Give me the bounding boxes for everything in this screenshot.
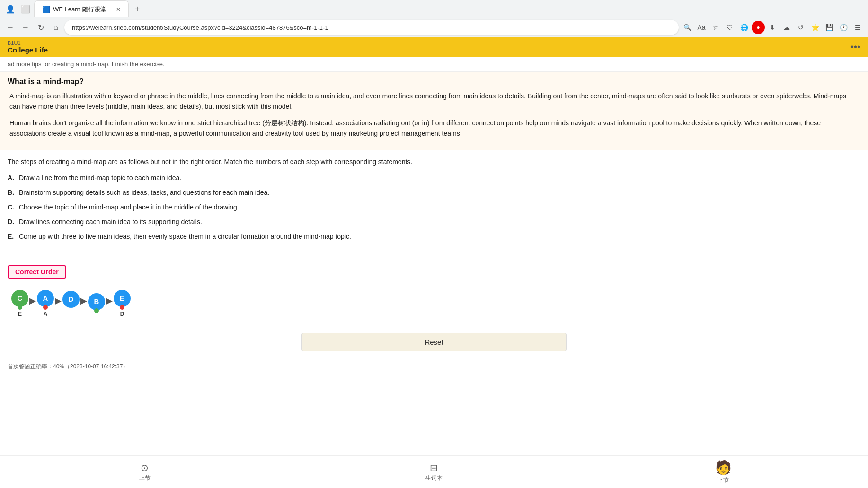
step-label-c: C. (8, 202, 19, 212)
flow-node-c: C E (11, 290, 28, 317)
arrow-1: ▶ (29, 296, 36, 312)
tabs-icon[interactable]: ⬜ (19, 2, 32, 16)
list-item: E. Come up with three to five main ideas… (8, 232, 860, 242)
step-text-a: Draw a line from the mind-map topic to e… (19, 173, 181, 183)
node-letter-b: B (94, 297, 99, 305)
arrow-2: ▶ (55, 296, 62, 312)
status-bar: 首次答题正确率：40%（2023-10-07 16:42:37） (0, 359, 868, 375)
instruction-bar: ad more tips for creating a mind-map. Fi… (0, 57, 868, 72)
app-title: College Life (8, 46, 48, 54)
step-text-c: Choose the topic of the mind-map and pla… (19, 202, 239, 212)
refresh-button[interactable]: ↻ (34, 21, 47, 34)
active-tab[interactable]: 🟦 WE Learn 随行课堂 ✕ (34, 0, 129, 17)
next-avatar: 🧑 (715, 460, 732, 475)
tab-favicon: 🟦 (42, 6, 50, 13)
tab-title: WE Learn 随行课堂 (53, 5, 113, 14)
back-button[interactable]: ← (4, 21, 17, 34)
extension-icon2[interactable]: ● (752, 21, 765, 34)
extension-icon4[interactable]: ☁ (780, 21, 793, 34)
app-header-left: B1U1 College Life (8, 40, 48, 54)
breadcrumb: B1U1 (8, 40, 48, 46)
step-label-b: B. (8, 188, 19, 198)
extension-icon3[interactable]: ⬇ (766, 21, 779, 34)
app-menu-button[interactable]: ••• (850, 42, 860, 52)
main-content: What is a mind-map? A mind-map is an ill… (0, 72, 868, 150)
history-icon[interactable]: 🕐 (837, 21, 850, 34)
step-text-e: Come up with three to five main ideas, t… (19, 232, 351, 242)
tab-bar: 👤 ⬜ 🟦 WE Learn 随行课堂 ✕ + (0, 0, 868, 18)
bottom-nav: ⊙ 上节 ⊟ 生词本 🧑 下节 (0, 455, 868, 488)
exercise-section: The steps of creating a mind-map are as … (0, 150, 868, 254)
browser-chrome: 👤 ⬜ 🟦 WE Learn 随行课堂 ✕ + ← → ↻ ⌂ 🔍 Aa ☆ 🛡… (0, 0, 868, 37)
flow-node-d: D (62, 291, 80, 316)
node-below-e: D (120, 311, 124, 317)
node-below-a: A (44, 311, 48, 317)
app-header: B1U1 College Life ••• (0, 37, 868, 57)
reset-button[interactable]: Reset (301, 333, 567, 351)
arrow-3: ▶ (80, 296, 87, 312)
profile-icon[interactable]: 👤 (4, 2, 17, 16)
menu-icon[interactable]: ☰ (851, 21, 864, 34)
prev-label: 上节 (139, 474, 151, 482)
nav-vocab[interactable]: ⊟ 生词本 (289, 462, 578, 482)
node-circle-c: C (11, 290, 28, 307)
dot-b (94, 308, 99, 313)
vocab-icon: ⊟ (430, 462, 438, 473)
arrow-4: ▶ (106, 296, 113, 312)
flow-node-a: A A (37, 290, 54, 317)
next-label: 下节 (717, 476, 729, 484)
correct-order-section: Correct Order C E ▶ A A ▶ (0, 254, 868, 325)
node-letter-d: D (69, 295, 74, 303)
dot-c (18, 305, 22, 310)
status-text: 首次答题正确率：40%（2023-10-07 16:42:37） (8, 363, 128, 370)
nav-prev[interactable]: ⊙ 上节 (0, 462, 289, 482)
url-input[interactable] (64, 20, 679, 35)
node-letter-c: C (18, 294, 23, 302)
dot-a (43, 305, 48, 310)
node-circle-d: D (62, 291, 80, 308)
node-circle-a: A (37, 290, 54, 307)
flow-node-e: E D (114, 290, 131, 317)
home-button[interactable]: ⌂ (49, 21, 62, 34)
tab-close-icon[interactable]: ✕ (116, 6, 121, 13)
shield-icon[interactable]: 🛡 (723, 21, 736, 34)
forward-button[interactable]: → (19, 21, 32, 34)
correct-order-label: Correct Order (8, 265, 66, 279)
node-letter-a: A (43, 294, 48, 302)
extension-icon1[interactable]: 🌐 (737, 21, 751, 34)
node-circle-b: B (88, 293, 105, 310)
list-item: C. Choose the topic of the mind-map and … (8, 202, 860, 212)
search-icon[interactable]: 🔍 (681, 21, 694, 34)
step-text-d: Draw lines connecting each main idea to … (19, 217, 202, 227)
extension-icon5[interactable]: ↺ (794, 21, 807, 34)
dot-e (120, 305, 124, 310)
address-bar: ← → ↻ ⌂ 🔍 Aa ☆ 🛡 🌐 ● ⬇ ☁ ↺ ⭐ 💾 🕐 ☰ (0, 18, 868, 37)
step-label-a: A. (8, 173, 19, 183)
paragraph-1: A mind-map is an illustration with a key… (8, 91, 860, 112)
exercise-instruction: The steps of creating a mind-map are as … (8, 158, 860, 166)
vocab-label: 生词本 (425, 474, 443, 482)
paragraph-2: Human brains don't organize all the info… (8, 118, 860, 139)
download-icon[interactable]: 💾 (823, 21, 836, 34)
flow-diagram: C E ▶ A A ▶ D ▶ (11, 290, 860, 317)
node-letter-e: E (120, 294, 124, 302)
prev-icon: ⊙ (141, 462, 149, 473)
new-tab-button[interactable]: + (131, 2, 144, 16)
bookmark-icon[interactable]: ☆ (709, 21, 722, 34)
step-text-b: Brainstorm supporting details such as id… (19, 188, 269, 198)
address-icons: 🔍 Aa ☆ 🛡 🌐 ● ⬇ ☁ ↺ ⭐ 💾 🕐 ☰ (681, 21, 864, 34)
section-title: What is a mind-map? (8, 78, 860, 86)
node-circle-e: E (114, 290, 131, 307)
node-below-c: E (18, 311, 22, 317)
favorites-icon[interactable]: ⭐ (808, 21, 822, 34)
list-item: B. Brainstorm supporting details such as… (8, 188, 860, 198)
instruction-text: ad more tips for creating a mind-map. Fi… (8, 61, 165, 68)
flow-node-b: B (88, 293, 105, 314)
nav-next[interactable]: 🧑 下节 (579, 460, 868, 484)
reset-bar: Reset (0, 325, 868, 359)
step-label-e: E. (8, 232, 19, 242)
list-item: D. Draw lines connecting each main idea … (8, 217, 860, 227)
list-item: A. Draw a line from the mind-map topic t… (8, 173, 860, 183)
step-label-d: D. (8, 217, 19, 227)
read-aloud-icon[interactable]: Aa (695, 21, 708, 34)
